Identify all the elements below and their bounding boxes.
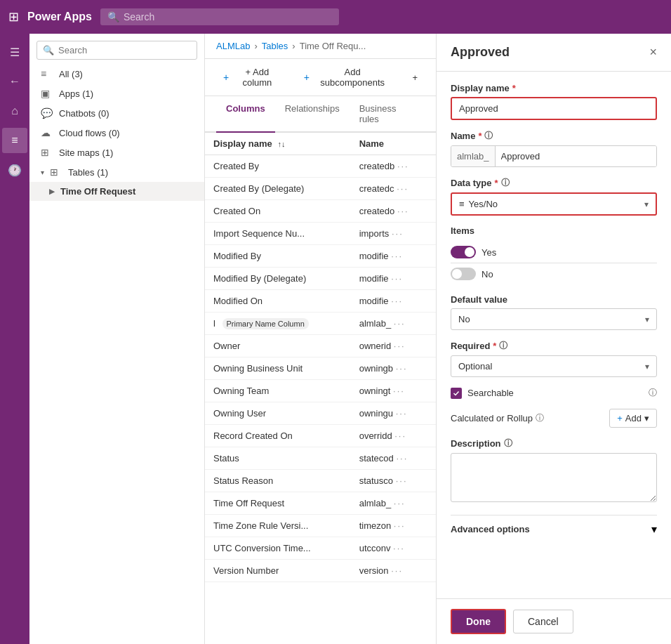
close-button[interactable]: ×	[649, 45, 657, 60]
row-dots[interactable]: ···	[394, 341, 406, 351]
no-label: No	[481, 269, 493, 280]
row-dots[interactable]: ···	[394, 520, 406, 531]
table-cell-display: Created By	[205, 155, 351, 178]
sidebar-item-cloudflows[interactable]: ☁ Cloud flows (0)	[29, 123, 204, 143]
add-plus-icon: +	[617, 413, 623, 423]
breadcrumb-almlab[interactable]: ALMLab	[216, 41, 250, 51]
table-cell-display: Status	[205, 447, 351, 470]
data-type-icon: ≡	[459, 199, 465, 209]
default-value-select[interactable]: No ▾	[451, 308, 657, 330]
table-row: Time Off Request almlab_ ···	[205, 492, 436, 515]
table-cell-display: Modified On	[205, 290, 351, 313]
name-input[interactable]	[496, 146, 656, 166]
tab-columns[interactable]: Columns	[216, 96, 275, 133]
sidebar-search-container[interactable]: 🔍	[36, 41, 197, 60]
search-input[interactable]	[124, 11, 332, 22]
nav-home-icon[interactable]: ⌂	[2, 98, 27, 124]
toolbar: + + Add column + Add subcomponents +	[205, 59, 436, 96]
advanced-options-chevron: ▾	[651, 523, 657, 536]
sidebar-label-cloudflows: Cloud flows (0)	[59, 128, 120, 138]
chatbots-icon: 💬	[41, 107, 53, 119]
table-row: Created By (Delegate) createdc ···	[205, 178, 436, 200]
sidebar-label-sitemaps: Site maps (1)	[59, 147, 113, 158]
table-row: UTC Conversion Time... utcconv ···	[205, 537, 436, 560]
breadcrumb-tables[interactable]: Tables	[262, 41, 288, 51]
apps-icon: ▣	[41, 88, 53, 99]
done-button[interactable]: Done	[451, 609, 506, 634]
no-toggle[interactable]	[451, 268, 476, 280]
row-dots[interactable]: ···	[394, 498, 406, 508]
panel-footer: Done Cancel	[437, 598, 671, 644]
data-type-select[interactable]: ≡ Yes/No ▾	[451, 192, 657, 216]
grid-icon[interactable]: ⊞	[8, 9, 19, 25]
all-icon: ≡	[41, 68, 53, 79]
searchable-checkbox[interactable]	[451, 388, 462, 399]
table-row: Owning User owningu ···	[205, 402, 436, 425]
table-cell-name: owningb ···	[351, 357, 436, 380]
table-cell-display: Import Sequence Nu...	[205, 223, 351, 245]
data-type-info-icon[interactable]: ⓘ	[501, 177, 510, 189]
yes-toggle[interactable]	[451, 246, 476, 258]
no-toggle-knob	[452, 269, 462, 279]
row-dots[interactable]: ···	[397, 183, 408, 194]
row-dots[interactable]: ···	[391, 251, 403, 261]
table-cell-name: modifie ···	[351, 268, 436, 290]
table-cell-display: Owning User	[205, 402, 351, 425]
row-dots[interactable]: ···	[391, 296, 403, 306]
row-dots[interactable]: ···	[396, 475, 408, 486]
row-dots[interactable]: ···	[394, 431, 406, 441]
sidebar-item-timeoffrequest[interactable]: ▶ Time Off Request	[29, 182, 204, 201]
col-header-display[interactable]: Display name ↑↓	[205, 133, 351, 155]
table-row: Status statecod ···	[205, 447, 436, 470]
row-dots[interactable]: ···	[393, 386, 405, 396]
add-subcomponents-button[interactable]: + Add subcomponents	[297, 63, 400, 91]
row-dots[interactable]: ···	[396, 363, 408, 374]
sidebar-item-sitemaps[interactable]: ⊞ Site maps (1)	[29, 143, 204, 162]
searchable-label: Searchable	[467, 388, 514, 398]
sidebar-item-apps[interactable]: ▣ Apps (1)	[29, 84, 204, 103]
name-input-row: almlab_	[451, 145, 657, 167]
name-info-icon[interactable]: ⓘ	[484, 130, 493, 142]
nav-list-icon[interactable]: ≡	[2, 128, 27, 153]
sidebar-item-all[interactable]: ≡ All (3)	[29, 64, 204, 84]
required-info-icon[interactable]: ⓘ	[499, 340, 507, 352]
searchable-info-icon[interactable]: ⓘ	[649, 387, 657, 399]
cancel-button[interactable]: Cancel	[513, 610, 573, 633]
main-layout: ☰ ← ⌂ ≡ 🕐 🔍 ≡ All (3) ▣ Apps (1) 💬 Chatb…	[0, 34, 671, 644]
table-cell-name: createdb ···	[351, 155, 436, 178]
description-textarea[interactable]	[451, 453, 657, 502]
tab-business-rules[interactable]: Business rules	[350, 96, 425, 133]
table-cell-display: l Primary Name Column	[205, 313, 351, 335]
row-dots[interactable]: ···	[391, 565, 403, 576]
display-name-input[interactable]	[451, 97, 657, 120]
row-dots[interactable]: ···	[391, 273, 403, 284]
nav-back-icon[interactable]: ←	[2, 69, 27, 94]
desc-info-icon[interactable]: ⓘ	[504, 438, 512, 449]
required-label: Required * ⓘ	[451, 340, 657, 352]
calc-add-button[interactable]: + Add ▾	[609, 409, 657, 428]
advanced-options-row[interactable]: Advanced options ▾	[451, 515, 657, 543]
tab-relationships[interactable]: Relationships	[275, 96, 350, 133]
breadcrumb: ALMLab › Tables › Time Off Requ...	[205, 34, 436, 59]
row-dots[interactable]: ···	[393, 543, 405, 553]
sidebar-label-tables: Tables (1)	[68, 167, 108, 178]
required-select[interactable]: Optional ▾	[451, 355, 657, 377]
calc-info-icon[interactable]: ⓘ	[536, 412, 544, 424]
nav-menu-icon[interactable]: ☰	[2, 39, 27, 65]
row-dots[interactable]: ···	[396, 453, 408, 464]
row-dots[interactable]: ···	[394, 318, 406, 329]
add-column-button[interactable]: + + Add column	[216, 63, 291, 91]
row-dots[interactable]: ···	[392, 228, 404, 239]
row-dots[interactable]: ···	[397, 206, 409, 216]
col-header-name[interactable]: Name	[351, 133, 436, 155]
nav-clock-icon[interactable]: 🕐	[2, 157, 27, 183]
row-dots[interactable]: ···	[397, 161, 409, 171]
sidebar-search-input[interactable]	[58, 45, 191, 55]
row-dots[interactable]: ···	[396, 408, 408, 419]
content-area: ALMLab › Tables › Time Off Requ... + + A…	[205, 34, 436, 644]
topbar-search[interactable]: 🔍	[100, 8, 339, 25]
sidebar-item-chatbots[interactable]: 💬 Chatbots (0)	[29, 103, 204, 123]
table-cell-name: statusco ···	[351, 470, 436, 492]
sidebar-item-tables[interactable]: ▾ ⊞ Tables (1)	[29, 162, 204, 182]
more-button[interactable]: +	[405, 69, 425, 86]
